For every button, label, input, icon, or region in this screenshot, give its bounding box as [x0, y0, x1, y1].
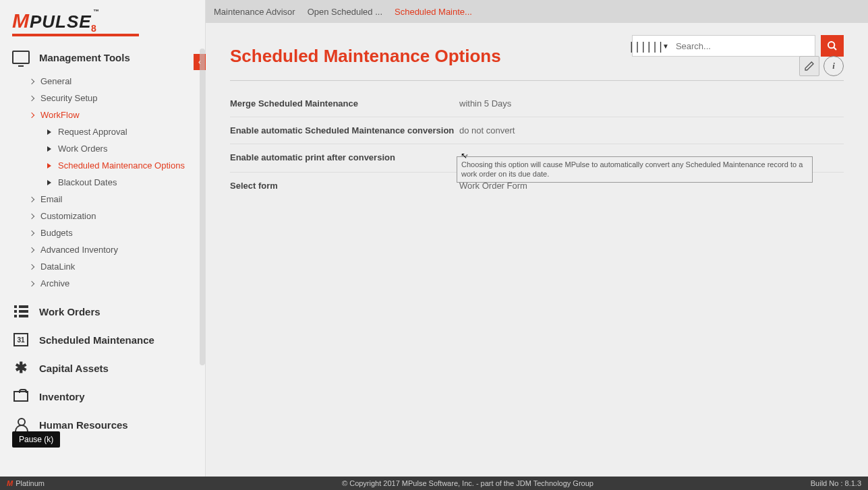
svg-line-1	[834, 47, 836, 50]
section-inventory[interactable]: Inventory	[0, 382, 205, 410]
tree-scheduled-maintenance-options[interactable]: Scheduled Maintenance Options	[0, 157, 205, 174]
tree-workflow[interactable]: WorkFlow	[0, 106, 205, 123]
breadcrumb-item[interactable]: Maintenance Advisor	[214, 7, 295, 17]
search-input[interactable]	[672, 41, 815, 51]
barcode-icon: ||||||	[633, 40, 660, 53]
option-label: Enable automatic Scheduled Maintenance c…	[230, 125, 459, 135]
option-label: Enable automatic print after conversion	[230, 152, 459, 164]
search-dropdown-toggle[interactable]: ▼	[660, 42, 672, 50]
tree-request-approval[interactable]: Request Approval	[0, 123, 205, 140]
breadcrumb-item[interactable]: Open Scheduled ...	[308, 7, 382, 17]
page-title: Scheduled Maintenance Options	[230, 40, 501, 76]
tree-general[interactable]: General	[0, 73, 205, 90]
cursor-icon: ↖	[461, 151, 467, 160]
footer-logo: M	[7, 479, 13, 487]
chevron-right-icon	[29, 95, 34, 100]
chevron-right-icon	[29, 280, 34, 286]
search-box: |||||| ▼	[632, 35, 815, 57]
pencil-icon	[804, 61, 815, 71]
footer-copyright: © Copyright 2017 MPulse Software, Inc. -…	[209, 479, 726, 487]
chevron-right-icon	[29, 264, 34, 269]
chevron-right-icon	[29, 196, 34, 202]
list-icon	[14, 305, 28, 317]
caret-right-icon	[47, 163, 51, 169]
sidebar-scrollbar[interactable]	[200, 49, 205, 365]
edit-button[interactable]	[799, 56, 819, 76]
tree-customization[interactable]: Customization	[0, 208, 205, 224]
footer: MPlatinum © Copyright 2017 MPulse Softwa…	[0, 477, 868, 490]
chevron-right-icon	[29, 213, 34, 218]
search-icon	[827, 40, 838, 51]
person-icon	[15, 418, 27, 431]
section-label: Management Tools	[39, 52, 130, 63]
box-icon	[13, 391, 28, 402]
section-scheduled-maintenance[interactable]: 31 Scheduled Maintenance	[0, 326, 205, 354]
chevron-right-icon	[29, 247, 34, 252]
search-button[interactable]	[821, 35, 844, 57]
tree-email[interactable]: Email	[0, 191, 205, 208]
option-value: within 5 Days	[459, 98, 511, 109]
option-label: Select form	[230, 181, 459, 191]
tree-blackout-dates[interactable]: Blackout Dates	[0, 174, 205, 191]
gear-icon: ✱	[12, 361, 30, 375]
monitor-icon	[12, 51, 30, 64]
option-row: Merge Scheduled Maintenance within 5 Day…	[230, 90, 844, 117]
tooltip: Choosing this option will cause MPulse t…	[457, 156, 813, 183]
svg-point-0	[828, 42, 834, 48]
caret-right-icon	[47, 180, 51, 185]
calendar-icon: 31	[13, 333, 28, 346]
management-tree: General Security Setup WorkFlow Request …	[0, 71, 205, 297]
section-management-tools[interactable]: Management Tools	[0, 43, 205, 71]
option-label: Merge Scheduled Maintenance	[230, 98, 459, 109]
info-button[interactable]: i	[823, 56, 844, 76]
tree-work-orders[interactable]: Work Orders	[0, 140, 205, 157]
main: Maintenance Advisor Open Scheduled ... S…	[206, 0, 868, 477]
chevron-right-icon	[29, 78, 34, 84]
section-work-orders[interactable]: Work Orders	[0, 297, 205, 326]
caret-right-icon	[47, 129, 51, 135]
caret-right-icon	[47, 146, 51, 152]
breadcrumb-item-active[interactable]: Scheduled Mainte...	[395, 7, 472, 17]
tree-datalink[interactable]: DataLink	[0, 258, 205, 275]
logo-mark: M	[12, 9, 30, 32]
breadcrumb: Maintenance Advisor Open Scheduled ... S…	[206, 0, 868, 23]
option-value: do not convert	[459, 125, 515, 135]
info-icon: i	[832, 61, 835, 71]
tree-advanced-inventory[interactable]: Advanced Inventory	[0, 241, 205, 258]
footer-edition: Platinum	[16, 479, 45, 487]
chevron-right-icon	[29, 112, 34, 117]
tree-security-setup[interactable]: Security Setup	[0, 90, 205, 106]
tree-budgets[interactable]: Budgets	[0, 224, 205, 241]
section-capital-assets[interactable]: ✱ Capital Assets	[0, 354, 205, 382]
logo: MPULSE ™ 8	[0, 0, 205, 43]
video-pause-overlay[interactable]: Pause (k)	[12, 431, 60, 448]
chevron-right-icon	[29, 230, 34, 235]
option-row: Enable automatic Scheduled Maintenance c…	[230, 117, 844, 144]
tree-archive[interactable]: Archive	[0, 275, 205, 292]
footer-build: Build No : 8.1.3	[726, 479, 861, 487]
sidebar: MPULSE ™ 8 Management Tools General Secu…	[0, 0, 206, 477]
